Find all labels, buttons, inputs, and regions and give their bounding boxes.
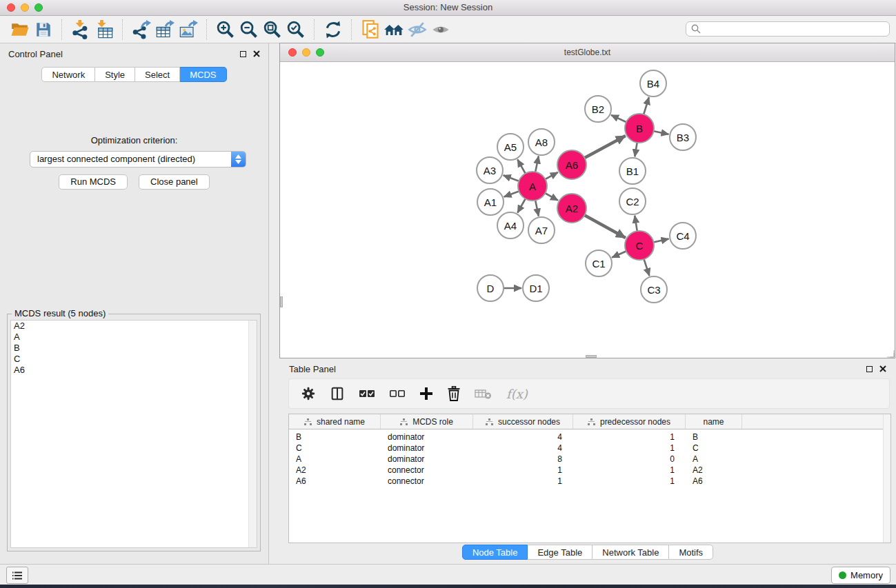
tab-mcds[interactable]: MCDS <box>180 67 226 82</box>
search-box[interactable] <box>686 21 890 37</box>
graph-node-B4[interactable]: B4 <box>640 70 666 97</box>
table-tab-node-table[interactable]: Node Table <box>462 545 528 560</box>
graph-node-A8[interactable]: A8 <box>528 129 555 155</box>
zoom-fit-icon[interactable] <box>261 19 284 41</box>
criterion-dropdown[interactable]: largest connected component (directed) <box>30 151 246 168</box>
column-header-MCDS-role[interactable]: MCDS role <box>381 414 473 429</box>
maximize-window-button[interactable] <box>34 3 43 12</box>
network-minimize-button[interactable] <box>302 48 310 57</box>
graph-node-D1[interactable]: D1 <box>523 275 549 301</box>
graph-node-C3[interactable]: C3 <box>641 276 667 303</box>
refresh-view-icon[interactable] <box>321 19 345 41</box>
table-tab-motifs[interactable]: Motifs <box>669 545 713 560</box>
close-table-panel-icon[interactable] <box>879 365 886 372</box>
svg-text:B2: B2 <box>592 103 604 115</box>
canvas-horizontal-scrollbar[interactable] <box>586 355 597 358</box>
column-header-predecessor-nodes[interactable]: predecessor nodes <box>573 414 686 429</box>
delete-row-icon[interactable] <box>447 386 461 401</box>
graph-node-A5[interactable]: A5 <box>497 134 524 160</box>
zoom-out-icon[interactable] <box>237 19 261 41</box>
network-window-titlebar[interactable]: testGlobe.txt <box>280 43 895 62</box>
show-eye-icon[interactable] <box>429 19 452 41</box>
tab-style[interactable]: Style <box>95 67 135 82</box>
task-history-button[interactable] <box>6 567 28 584</box>
search-input[interactable] <box>704 23 889 35</box>
graph-node-D[interactable]: D <box>477 275 504 301</box>
settings-icon[interactable] <box>301 386 316 401</box>
network-file-icon[interactable] <box>359 19 382 41</box>
export-image-icon[interactable] <box>177 19 200 41</box>
table-row[interactable]: A2connector11A2 <box>289 465 890 476</box>
close-window-button[interactable] <box>7 3 15 12</box>
graph-node-B2[interactable]: B2 <box>585 96 611 122</box>
table-tab-edge-table[interactable]: Edge Table <box>528 545 593 560</box>
control-panel-tabs: NetworkStyleSelectMCDS <box>0 67 268 82</box>
graph-node-A3[interactable]: A3 <box>477 157 503 183</box>
list-scrollbar[interactable] <box>248 321 257 547</box>
open-session-icon[interactable] <box>8 19 32 41</box>
network-maximize-button[interactable] <box>316 48 324 57</box>
table-row[interactable]: Adominator80A <box>289 454 890 465</box>
graph-node-C[interactable]: C <box>625 231 654 260</box>
graph-node-B1[interactable]: B1 <box>619 158 646 184</box>
canvas-vertical-scrollbar[interactable] <box>280 296 283 307</box>
cell-shared-name: A <box>289 454 381 464</box>
network-close-button[interactable] <box>288 48 297 57</box>
tab-select[interactable]: Select <box>135 67 180 82</box>
table-row[interactable]: Bdominator41B <box>289 432 890 443</box>
delete-table-icon[interactable] <box>475 388 492 399</box>
zoom-selected-icon[interactable] <box>284 19 308 41</box>
memory-button[interactable]: Memory <box>831 567 890 584</box>
zoom-in-icon[interactable] <box>214 19 237 41</box>
close-panel-icon[interactable] <box>253 50 260 57</box>
clear-selection-icon[interactable] <box>389 389 406 398</box>
import-network-icon[interactable] <box>69 19 92 41</box>
table-row[interactable]: A6connector11A6 <box>289 476 890 487</box>
mcds-result-item[interactable]: A <box>11 332 257 343</box>
graph-node-A[interactable]: A <box>518 172 547 201</box>
graph-node-B[interactable]: B <box>625 114 654 143</box>
table-scrollbar[interactable] <box>883 414 890 543</box>
function-builder-icon[interactable]: f(x) <box>506 387 528 401</box>
select-all-icon[interactable] <box>359 389 375 398</box>
column-header-successor-nodes[interactable]: successor nodes <box>473 414 573 429</box>
column-header-name[interactable]: name <box>686 414 742 429</box>
export-network-icon[interactable] <box>130 19 153 41</box>
add-row-icon[interactable] <box>419 387 433 401</box>
graph-node-A4[interactable]: A4 <box>497 212 524 239</box>
mcds-result-item[interactable]: A6 <box>11 365 257 376</box>
mcds-result-list[interactable]: A2ABCA6 <box>10 320 257 548</box>
graph-node-C2[interactable]: C2 <box>619 188 646 214</box>
import-table-icon[interactable] <box>92 19 116 41</box>
export-table-icon[interactable] <box>153 19 177 41</box>
resize-grip-icon[interactable] <box>886 349 895 358</box>
column-type-icon <box>486 418 493 425</box>
hide-eye-icon[interactable] <box>406 19 429 41</box>
save-session-icon[interactable] <box>32 19 55 41</box>
graph-node-B3[interactable]: B3 <box>670 124 696 150</box>
svg-text:D1: D1 <box>529 283 542 294</box>
table-tab-network-table[interactable]: Network Table <box>593 545 669 560</box>
column-header-shared-name[interactable]: shared name <box>289 414 381 429</box>
float-table-panel-icon[interactable] <box>866 366 873 372</box>
node-table[interactable]: shared nameMCDS rolesuccessor nodesprede… <box>288 414 891 543</box>
graph-node-A7[interactable]: A7 <box>528 217 555 243</box>
close-panel-button[interactable]: Close panel <box>139 174 210 190</box>
table-row[interactable]: Cdominator41C <box>289 443 890 454</box>
float-panel-icon[interactable] <box>240 51 246 57</box>
mcds-result-item[interactable]: B <box>11 343 257 354</box>
graph-node-A1[interactable]: A1 <box>477 189 504 215</box>
graph-node-C4[interactable]: C4 <box>670 223 696 249</box>
graph-node-A6[interactable]: A6 <box>557 150 586 179</box>
graph-node-A2[interactable]: A2 <box>557 194 586 223</box>
run-mcds-button[interactable]: Run MCDS <box>59 174 128 190</box>
graph-node-C1[interactable]: C1 <box>586 250 612 276</box>
minimize-window-button[interactable] <box>21 3 29 12</box>
network-canvas[interactable]: B4B2BB3A8A5A6A3B1AC2A1A2A4A7C4CC1DD1C3 <box>280 62 895 358</box>
mcds-result-item[interactable]: C <box>11 354 257 365</box>
home-icon[interactable] <box>382 19 406 41</box>
columns-icon[interactable] <box>330 386 345 401</box>
tab-network[interactable]: Network <box>41 67 95 82</box>
mcds-result-item[interactable]: A2 <box>11 321 257 332</box>
optimization-criterion-label: Optimization criterion: <box>0 135 268 145</box>
